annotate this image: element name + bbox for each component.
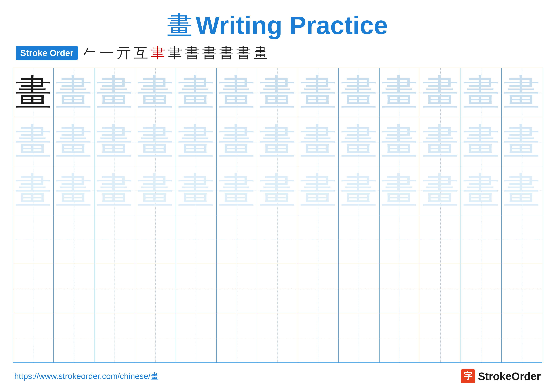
grid-cell[interactable]: 畫 [13, 117, 54, 166]
grid-cell[interactable]: 畫 [380, 166, 420, 215]
grid-cell[interactable] [176, 215, 217, 264]
grid-cell[interactable]: 畫 [420, 68, 461, 117]
grid-cell[interactable] [257, 314, 298, 363]
grid-cell[interactable]: 畫 [217, 166, 257, 215]
grid-cell[interactable]: 畫 [298, 117, 339, 166]
grid-cell[interactable] [257, 215, 298, 264]
grid-cell[interactable] [502, 264, 542, 313]
practice-char-ghost: 畫 [178, 123, 214, 160]
grid-row-5 [13, 264, 542, 314]
grid-cell[interactable]: 畫 [54, 68, 94, 117]
grid-cell[interactable] [420, 264, 461, 313]
footer-url[interactable]: https://www.strokeorder.com/chinese/畫 [14, 371, 159, 382]
grid-cell[interactable]: 畫 [95, 68, 135, 117]
grid-cell[interactable]: 畫 [339, 117, 380, 166]
footer-logo: 字 StrokeOrder [461, 369, 541, 383]
practice-char-ghost: 畫 [463, 172, 499, 209]
grid-cell[interactable] [380, 264, 420, 313]
grid-cell[interactable]: 畫 [217, 117, 257, 166]
practice-char-ghost: 畫 [219, 74, 255, 111]
grid-cell[interactable] [176, 264, 217, 313]
grid-cell[interactable] [13, 215, 54, 264]
grid-cell[interactable] [217, 215, 257, 264]
grid-cell[interactable] [380, 314, 420, 363]
grid-cell[interactable]: 畫 [217, 68, 257, 117]
grid-cell[interactable]: 畫 [257, 68, 298, 117]
grid-cell[interactable] [339, 215, 380, 264]
grid-cell[interactable]: 畫 [339, 166, 380, 215]
grid-row-6 [13, 314, 542, 363]
stroke-5: 聿 [151, 46, 165, 60]
grid-cell[interactable]: 畫 [95, 166, 135, 215]
grid-cell[interactable]: 畫 [298, 68, 339, 117]
grid-cell[interactable]: 畫 [176, 166, 217, 215]
grid-cell[interactable] [135, 314, 176, 363]
grid-cell[interactable]: 畫 [420, 117, 461, 166]
grid-cell[interactable]: 畫 [461, 68, 502, 117]
grid-cell[interactable] [95, 215, 135, 264]
grid-cell[interactable]: 畫 [502, 117, 542, 166]
grid-cell[interactable]: 畫 [176, 68, 217, 117]
grid-cell[interactable] [257, 264, 298, 313]
strokeorder-logo-icon: 字 [461, 369, 475, 383]
grid-cell[interactable]: 畫 [257, 117, 298, 166]
grid-cell[interactable]: 畫 [380, 117, 420, 166]
grid-cell[interactable]: 畫 [13, 68, 54, 117]
grid-cell[interactable] [298, 314, 339, 363]
grid-cell[interactable] [176, 314, 217, 363]
practice-char-ghost: 畫 [96, 172, 133, 209]
grid-cell[interactable]: 畫 [502, 68, 542, 117]
grid-cell[interactable] [420, 215, 461, 264]
grid-cell[interactable] [380, 215, 420, 264]
practice-char-ghost: 畫 [300, 123, 336, 160]
grid-cell[interactable] [54, 215, 94, 264]
grid-cell[interactable] [217, 314, 257, 363]
grid-cell[interactable] [135, 264, 176, 313]
grid-cell[interactable] [461, 314, 502, 363]
grid-cell[interactable] [135, 215, 176, 264]
practice-char-ghost: 畫 [96, 74, 133, 111]
grid-cell[interactable]: 畫 [339, 68, 380, 117]
practice-char-ghost: 畫 [463, 123, 499, 160]
grid-cell[interactable] [461, 264, 502, 313]
grid-cell[interactable]: 畫 [176, 117, 217, 166]
grid-cell[interactable] [13, 314, 54, 363]
grid-cell[interactable]: 畫 [135, 166, 176, 215]
grid-cell[interactable] [298, 264, 339, 313]
grid-cell[interactable]: 畫 [298, 166, 339, 215]
grid-cell[interactable]: 畫 [420, 166, 461, 215]
practice-char-ghost: 畫 [56, 172, 92, 209]
grid-cell[interactable]: 畫 [54, 166, 94, 215]
practice-char-ghost: 畫 [504, 123, 540, 160]
title-section: 畫 Writing Practice [167, 13, 388, 38]
grid-cell[interactable] [339, 314, 380, 363]
grid-cell[interactable] [298, 215, 339, 264]
grid-cell[interactable]: 畫 [461, 166, 502, 215]
practice-char-ghost: 畫 [15, 172, 51, 209]
grid-cell[interactable] [339, 264, 380, 313]
stroke-order-badge: Stroke Order [16, 46, 78, 60]
grid-cell[interactable] [13, 264, 54, 313]
grid-cell[interactable] [54, 264, 94, 313]
grid-cell[interactable] [502, 314, 542, 363]
grid-cell[interactable] [461, 215, 502, 264]
grid-cell[interactable] [95, 314, 135, 363]
grid-cell[interactable]: 畫 [135, 68, 176, 117]
grid-cell[interactable] [217, 264, 257, 313]
grid-cell[interactable]: 畫 [380, 68, 420, 117]
practice-char-ghost: 畫 [300, 74, 336, 111]
practice-char-ghost: 畫 [381, 74, 418, 111]
stroke-order-row: Stroke Order 𠂉 一 亓 互 聿 聿 書 書 書 書 畫 [13, 46, 542, 60]
grid-cell[interactable] [502, 215, 542, 264]
grid-cell[interactable] [420, 314, 461, 363]
grid-cell[interactable]: 畫 [13, 166, 54, 215]
grid-cell[interactable] [54, 314, 94, 363]
practice-char-ghost: 畫 [259, 123, 296, 160]
grid-cell[interactable]: 畫 [135, 117, 176, 166]
grid-cell[interactable]: 畫 [461, 117, 502, 166]
grid-cell[interactable]: 畫 [502, 166, 542, 215]
grid-cell[interactable]: 畫 [257, 166, 298, 215]
grid-cell[interactable]: 畫 [95, 117, 135, 166]
grid-cell[interactable] [95, 264, 135, 313]
grid-cell[interactable]: 畫 [54, 117, 94, 166]
